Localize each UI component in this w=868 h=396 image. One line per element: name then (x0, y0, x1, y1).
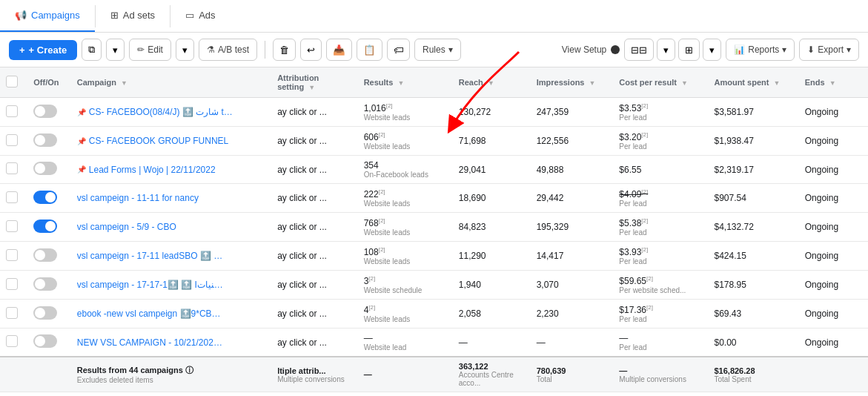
col-header-impressions[interactable]: Impressions ▼ (531, 67, 614, 98)
row-cost-cell: $59.65[2]Per website sched... (613, 271, 708, 300)
cost-value: $3.53[2] (619, 103, 648, 113)
campaign-name-link[interactable]: CS- FACEBOO(08/4/J) 🔝 شارت test $ (89, 107, 237, 117)
row-checkbox[interactable] (6, 191, 18, 203)
ads-icon: ▭ (185, 10, 194, 21)
footer-cost: — Multiple conversions (613, 357, 708, 392)
export-chevron-icon: ▾ (847, 44, 851, 55)
reports-button[interactable]: 📊 Reports ▾ (726, 39, 795, 61)
campaigns-table-wrapper: Off/On Campaign ▼ Attributionsetting ▼ R… (0, 67, 868, 392)
table-row: vsl campeign - 17-17-1🔝 🔝 Iلامتنياتntmen… (0, 271, 868, 300)
columns-view-dropdown[interactable]: ▾ (703, 39, 721, 61)
results-sub-label: Website leads (364, 199, 447, 208)
row-checkbox[interactable] (6, 220, 18, 232)
row-toggle[interactable] (33, 133, 57, 147)
archive-button[interactable]: 📥 (326, 39, 352, 61)
row-checkbox[interactable] (6, 162, 18, 174)
view-setup-circle (611, 45, 620, 54)
row-checkbox[interactable] (6, 249, 18, 261)
cost-sort-icon: ▼ (681, 79, 688, 87)
results-value: 606[2] (364, 132, 385, 142)
row-results-cell: 222[2]Website leads (358, 184, 453, 213)
footer-reach: 363,122 Accounts Centre acco... (453, 357, 531, 392)
row-reach-cell: 84,823 (453, 213, 531, 242)
copy-dropdown-button[interactable]: ▾ (106, 39, 125, 61)
undo-button[interactable]: ↩ (300, 39, 322, 61)
row-impressions-cell: 195,329 (531, 213, 614, 242)
campaign-name-link[interactable]: ebook -new vsl campeign 🔝9*CBO – Copy (77, 308, 225, 319)
row-amount-cell: $178.95 (708, 271, 798, 300)
edit-dropdown-button[interactable]: ▾ (176, 39, 194, 61)
row-checkbox-cell (0, 98, 27, 127)
row-cost-cell: —Per lead (613, 329, 708, 357)
row-impressions-cell: 49,888 (531, 156, 614, 184)
col-header-checkbox (0, 67, 27, 98)
col-header-campaign[interactable]: Campaign ▼ (71, 67, 271, 98)
row-ends-cell: Ongoing (799, 98, 868, 127)
footer-campaign: Results from 44 campaigns ⓘ Excludes del… (71, 357, 271, 392)
row-toggle[interactable] (33, 248, 57, 262)
col-header-cost[interactable]: Cost per result ▼ (613, 67, 708, 98)
row-attribution-cell: ay click or ... (271, 213, 358, 242)
columns-view-button[interactable]: ⊞ (678, 39, 700, 61)
row-checkbox[interactable] (6, 278, 18, 290)
row-toggle[interactable] (33, 277, 57, 291)
results-sub-label: Website leads (364, 315, 447, 323)
row-toggle[interactable] (33, 220, 57, 233)
results-value: 222[2] (364, 189, 385, 199)
create-button[interactable]: + + Create (9, 40, 77, 60)
campaign-name-link[interactable]: NEW VSL CAMPAIGN - 10/21/2023 - CBO – C.… (77, 337, 225, 348)
rules-button[interactable]: Rules ▾ (414, 39, 461, 61)
footer-impressions: 780,639 Total (531, 357, 614, 392)
export-button[interactable]: ⬇ Export ▾ (799, 39, 859, 61)
row-toggle[interactable] (33, 105, 57, 118)
row-checkbox-cell (0, 300, 27, 329)
view-toggle-buttons: ⊟⊟ ▾ ⊞ ▾ (624, 39, 721, 61)
col-header-reach[interactable]: Reach ▼ (453, 67, 531, 98)
results-value: 108[2] (364, 247, 385, 257)
campaign-name-link[interactable]: CS- FACEBOOK GROUP FUNNEL (89, 136, 228, 146)
campaign-name-link[interactable]: vsl campeign - 5/9 - CBO (77, 222, 176, 232)
row-checkbox[interactable] (6, 134, 18, 146)
edit-button[interactable]: ✏ Edit (129, 39, 171, 61)
select-all-checkbox[interactable] (6, 76, 18, 88)
campaign-name-link[interactable]: Lead Forms | Wojo | 22/11/2022 (89, 165, 216, 175)
row-checkbox[interactable] (6, 307, 18, 319)
row-reach-cell: 1,940 (453, 271, 531, 300)
campaign-name-link[interactable]: vsl campeign - 11-11 for nancy (77, 193, 199, 203)
row-checkbox[interactable] (6, 335, 18, 347)
row-campaign-cell: vsl campeign - 5/9 - CBO (71, 213, 271, 242)
row-toggle[interactable] (33, 306, 57, 320)
col-header-amount[interactable]: Amount spent ▼ (708, 67, 798, 98)
col-header-attribution[interactable]: Attributionsetting ▼ (271, 67, 358, 98)
ab-icon: ⚗ (207, 44, 215, 55)
nav-tab-campaigns[interactable]: 📢 Campaigns (0, 0, 95, 32)
row-toggle[interactable] (33, 334, 57, 348)
campaigns-table: Off/On Campaign ▼ Attributionsetting ▼ R… (0, 67, 868, 392)
row-impressions-cell: 14,417 (531, 242, 614, 271)
nav-tab-ads[interactable]: ▭ Ads (170, 0, 230, 32)
ab-test-button[interactable]: ⚗ A/B test (199, 39, 257, 61)
grid-view-button[interactable]: ⊟⊟ (624, 39, 654, 61)
row-amount-cell: $1,938.47 (708, 127, 798, 156)
row-toggle[interactable] (33, 191, 57, 204)
tag-button[interactable]: 🏷 (387, 39, 410, 61)
cost-value: $17.36[2] (619, 305, 653, 315)
row-reach-cell: 11,290 (453, 242, 531, 271)
col-header-ends[interactable]: Ends ▼ (799, 67, 868, 98)
delete-button[interactable]: 🗑 (273, 39, 296, 61)
grid-view-dropdown[interactable]: ▾ (657, 39, 675, 61)
row-results-cell: 108[2]Website leads (358, 242, 453, 271)
nav-tab-adsets[interactable]: ⊞ Ad sets (96, 0, 170, 32)
row-checkbox[interactable] (6, 105, 18, 117)
row-reach-cell: 71,698 (453, 127, 531, 156)
copy-button[interactable]: ⧉ (82, 39, 102, 61)
row-toggle[interactable] (33, 162, 57, 175)
col-header-results[interactable]: Results ▼ (358, 67, 453, 98)
cost-value: $6.55 (619, 165, 641, 175)
results-value: 1,016[2] (364, 103, 393, 113)
row-campaign-cell: vsl campeign - 17-17-1🔝 🔝 Iلامتنياتntmen… (71, 271, 271, 300)
campaign-name-link[interactable]: vsl campeign - 17-11 leadSBO 🔝 countulik… (77, 251, 225, 261)
impressions-sort-icon: ▼ (589, 79, 596, 87)
review-button[interactable]: 📋 (357, 39, 382, 61)
campaign-name-link[interactable]: vsl campeign - 17-17-1🔝 🔝 Iلامتنياتntmen… (77, 280, 225, 290)
